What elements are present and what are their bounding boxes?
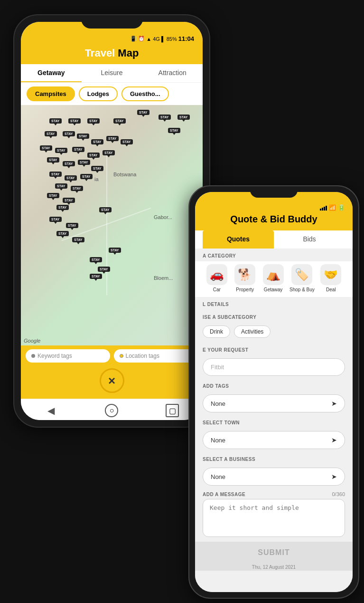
stay-pin-36: STAY (72, 237, 84, 242)
car-icon: 🚗 (206, 264, 227, 285)
bar2 (322, 208, 323, 211)
phone2-notch (250, 186, 298, 198)
stay-pin-29: STAY (47, 193, 59, 198)
keyword-search-pill[interactable]: Keyword tags (26, 349, 110, 363)
map-label-bloemfontein: Bloem... (154, 275, 173, 281)
nav-back-button[interactable]: ◀ (45, 404, 58, 417)
close-button[interactable]: × (100, 368, 124, 393)
business-dropdown-row: None ➤ (195, 465, 353, 488)
tab-leisure[interactable]: Leisure (82, 64, 142, 82)
app-title: Quote & Bid Buddy (230, 214, 317, 224)
stay-pin-17: STAY (72, 147, 84, 152)
tags-dropdown-row: None ➤ (195, 392, 353, 415)
request-input-row (195, 355, 353, 379)
wifi-icon: ▲ (146, 36, 151, 42)
keyword-icon (31, 354, 35, 358)
business-dropdown[interactable]: None ➤ (203, 468, 345, 486)
request-input[interactable] (203, 358, 345, 376)
location-tags-label: Location tags (126, 353, 159, 359)
stay-pin-38: STAY (90, 257, 102, 262)
category-deal[interactable]: 🤝 Deal (319, 264, 343, 292)
phone1-screen: 📳 ⏰ ▲ 4G ▌ 85% 11:04 Travel Map Getaway … (21, 22, 203, 420)
stay-pin-8: STAY (168, 128, 180, 133)
time-display: 11:04 (178, 35, 194, 42)
message-area: ADD A MESSAGE 0/360 (195, 488, 353, 542)
getaway-icon: ⛺ (263, 264, 284, 285)
location-icon (120, 354, 123, 358)
stay-pin-30: STAY (63, 198, 75, 203)
stay-pin-4: STAY (113, 118, 126, 124)
stay-pin-1: STAY (49, 118, 62, 124)
phone2-content[interactable]: A CATEGORY 🚗 Car 🐕 Property ⛺ Getaway 🏷️… (195, 249, 353, 592)
category-shop[interactable]: 🏷️ Shop & Buy (289, 264, 315, 292)
category-row: 🚗 Car 🐕 Property ⛺ Getaway 🏷️ Shop & Buy… (195, 261, 353, 297)
subcat-drink[interactable]: Drink (203, 325, 230, 338)
status-icons: 📳 ⏰ ▲ 4G ▌ 85% 11:04 (130, 35, 194, 42)
bar4 (326, 206, 327, 211)
phone1-close-area: × (21, 366, 203, 399)
tab-attraction[interactable]: Attraction (142, 64, 203, 82)
tab-bids[interactable]: Bids (274, 230, 345, 249)
alarm-icon: ⏰ (138, 36, 145, 42)
phone2-screen: 📶 🔋 Quote & Bid Buddy Quotes Bids A CATE… (195, 192, 353, 592)
signal-icon: ▌ (161, 36, 165, 42)
nav-recents-button[interactable]: ▢ (166, 404, 179, 417)
category-car[interactable]: 🚗 Car (205, 264, 229, 292)
stay-pin-34: STAY (66, 223, 78, 228)
category-property[interactable]: 🐕 Property (233, 264, 257, 292)
tab-quotes[interactable]: Quotes (203, 230, 274, 249)
tab-getaway[interactable]: Getaway (21, 64, 82, 82)
wifi-icon: 📶 (329, 204, 336, 211)
map-label: Map (118, 47, 139, 59)
subcat-activities[interactable]: Activities (234, 325, 271, 338)
stay-pin-33: STAY (49, 217, 62, 222)
stay-pin-40: STAY (90, 274, 102, 279)
phone1-nav-bar: ◀ ○ ▢ (21, 399, 203, 420)
section-subcategory-label: ISE A SUBCATEGORY (195, 310, 353, 323)
stay-pin-10: STAY (63, 131, 75, 136)
stay-pin-26: STAY (80, 174, 93, 179)
stay-pin-16: STAY (55, 148, 67, 153)
phone2-header: Quote & Bid Buddy (195, 213, 353, 230)
stay-pin-21: STAY (63, 161, 75, 166)
stay-pin-23: STAY (91, 166, 103, 171)
vibrate-icon: 📳 (130, 36, 137, 42)
town-dropdown[interactable]: None ➤ (203, 431, 345, 449)
submit-button[interactable]: SUBMIT (258, 548, 289, 557)
btn-lodges[interactable]: Lodges (79, 86, 118, 101)
stay-pin-5: STAY (137, 110, 149, 115)
date-footer: Thu, 12 August 2021 (195, 564, 353, 571)
stay-pin-15: STAY (40, 145, 52, 151)
town-arrow-icon: ➤ (331, 436, 337, 444)
tags-arrow-icon: ➤ (331, 400, 337, 407)
bar1 (320, 209, 321, 211)
message-label-row: ADD A MESSAGE 0/360 (203, 491, 345, 497)
stay-pin-9: STAY (45, 131, 57, 136)
network-label: 4G (153, 36, 160, 42)
category-getaway[interactable]: ⛺ Getaway (261, 264, 285, 292)
stay-pin-7: STAY (177, 115, 190, 120)
tags-dropdown[interactable]: None ➤ (203, 394, 345, 412)
keyword-tags-label: Keyword tags (37, 353, 72, 359)
stay-pin-12: STAY (91, 139, 103, 144)
location-search-pill[interactable]: Location tags (114, 349, 198, 363)
stay-pin-3: STAY (87, 118, 100, 124)
stay-pin-19: STAY (103, 150, 115, 155)
map-label-botswana: Botswana (113, 172, 136, 177)
stay-pin-13: STAY (106, 136, 119, 141)
nav-home-button[interactable]: ○ (105, 404, 118, 417)
btn-guesthouse[interactable]: Guestho... (121, 86, 169, 101)
phone1-map[interactable]: STAY STAY STAY STAY STAY STAY STAY STAY … (21, 105, 203, 345)
message-textarea[interactable] (203, 499, 345, 537)
bar3 (324, 207, 325, 211)
btn-campsites[interactable]: Campsites (27, 86, 75, 101)
stay-pin-28: STAY (71, 186, 83, 191)
char-count: 0/360 (332, 491, 345, 497)
property-label: Property (236, 287, 254, 292)
stay-pin-32: STAY (56, 205, 69, 210)
section-business-label: SELECT A BUSINESS (195, 452, 353, 465)
deal-icon: 🤝 (320, 264, 341, 285)
google-logo: Google (24, 338, 40, 344)
tags-value: None (211, 400, 225, 407)
stay-pin-25: STAY (65, 175, 77, 181)
